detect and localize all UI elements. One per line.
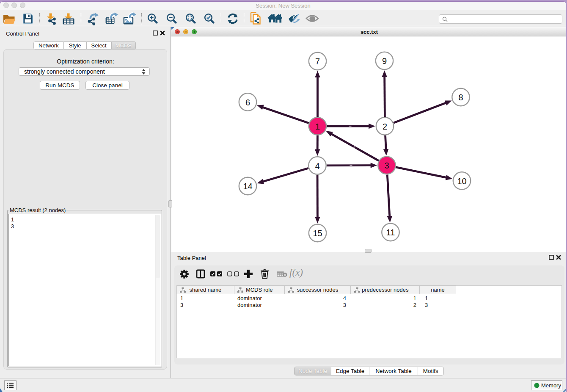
svg-text:10: 10: [457, 177, 466, 186]
svg-text:3: 3: [384, 161, 389, 170]
svg-text:2: 2: [383, 122, 387, 131]
svg-text:7: 7: [315, 57, 320, 66]
svg-text:11: 11: [386, 228, 395, 237]
svg-text:6: 6: [245, 98, 250, 107]
svg-text:8: 8: [458, 93, 463, 102]
svg-text:1: 1: [315, 122, 320, 131]
svg-text:14: 14: [243, 182, 252, 191]
svg-text:4: 4: [315, 161, 319, 171]
svg-text:9: 9: [382, 56, 387, 66]
svg-text:15: 15: [313, 229, 322, 238]
